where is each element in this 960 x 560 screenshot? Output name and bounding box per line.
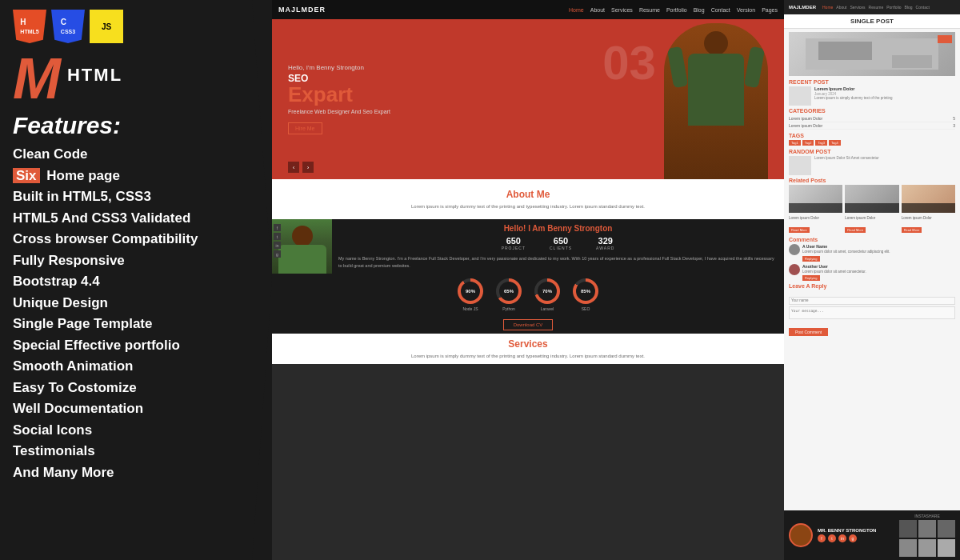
category-item: Lorem ipsum Dolor 3 (789, 122, 955, 130)
profile-google-icon[interactable]: g (849, 534, 857, 542)
skill-percent: 85% (581, 289, 590, 294)
nav-link-home[interactable]: Home (569, 7, 584, 13)
comment-text-2: Another User Lorem ipsum dolor sit amet … (802, 264, 866, 282)
tag-item[interactable]: Tag3 (815, 140, 827, 146)
nav-link-about[interactable]: About (590, 7, 605, 13)
tag-item[interactable]: Tag2 (802, 140, 814, 146)
nav-link-contact[interactable]: Contact (711, 7, 730, 13)
social-icons-left: f t in g (274, 224, 281, 258)
reply-btn-1[interactable]: Replying (802, 256, 820, 262)
list-item: Well Documentation (13, 398, 259, 419)
prev-arrow[interactable]: ‹ (288, 162, 299, 173)
hero-arrows: ‹ › (288, 162, 314, 173)
css3-badge: CCSS3 (51, 10, 85, 43)
related-posts-grid (789, 185, 955, 213)
hero-content: Hello, I'm Benny Strongton SEO Expart Fr… (288, 64, 390, 134)
twitter-icon[interactable]: t (274, 233, 281, 240)
features-list: Clean Code Six Home page Built in HTML5,… (13, 144, 259, 482)
read-more-btn-1[interactable]: Read More (789, 227, 810, 233)
skill-label: SEO (582, 306, 590, 311)
nav-link-services[interactable]: Services (611, 7, 633, 13)
left-panel: HHTML5 CCSS3 JS M HTML Features: Clean C… (0, 0, 272, 560)
hero-person-figure (664, 23, 768, 179)
download-section: Download CV (272, 316, 784, 334)
list-item: Unique Design (13, 293, 259, 314)
recent-post-text: Lorem Ipsum Dolor January 2024 Lorem ips… (814, 86, 893, 106)
right-nav-services[interactable]: Services (850, 5, 865, 10)
right-nav-logo: MAJLMDER (789, 5, 816, 10)
preview-hero: Hello, I'm Benny Strongton SEO Expart Fr… (272, 19, 784, 179)
nav-logo: MAJLMDER (278, 6, 326, 14)
right-nav-blog[interactable]: Blog (905, 5, 913, 10)
list-item: Built in HTML5, CSS3 (13, 186, 259, 207)
list-item: Social Icons (13, 420, 259, 441)
badge-six: Six (13, 168, 40, 183)
right-nav-resume[interactable]: Resume (869, 5, 884, 10)
nav-link-blog[interactable]: Blog (694, 7, 705, 13)
list-item: HTML5 And CSS3 Validated (13, 208, 259, 229)
recent-post-title: RECENT POST (789, 79, 955, 85)
tag-item[interactable]: Tag1 (789, 140, 801, 146)
next-arrow[interactable]: › (302, 162, 314, 173)
linkedin-icon[interactable]: in (274, 242, 281, 249)
profile-name: MR. BENNY STRONGTON (818, 528, 894, 533)
read-more-btn-3[interactable]: Read More (902, 227, 922, 233)
post-comment-button[interactable]: Post Comment (789, 328, 828, 336)
reply-name-input[interactable] (789, 297, 955, 305)
reply-btn-2[interactable]: Replying (802, 275, 820, 281)
list-item: Six Home page (13, 166, 259, 186)
about-figure: f t in g (272, 219, 332, 274)
profile-twitter-icon[interactable]: t (828, 534, 836, 542)
skill-label: Python (502, 306, 515, 311)
profile-facebook-icon[interactable]: f (818, 534, 826, 542)
skill-percent: 70% (542, 289, 552, 294)
skill-circle-laravel: 70% (534, 278, 560, 304)
tags-title: TAGS (789, 133, 955, 138)
facebook-icon[interactable]: f (274, 224, 281, 231)
right-nav-contact[interactable]: Contact (916, 5, 930, 10)
post-excerpt: Lorem ipsum is simply dummy text of the … (814, 96, 893, 101)
profile-avatar (789, 523, 813, 547)
comments-title: Comments (789, 237, 955, 242)
middle-panel: MAJLMDER Home About Services Resume Port… (272, 0, 784, 560)
hire-me-button[interactable]: Hire Me (288, 122, 322, 134)
tech-badges: HHTML5 CCSS3 JS (13, 10, 259, 43)
preview-navbar: MAJLMDER Home About Services Resume Port… (272, 0, 784, 19)
cat-name: Lorem ipsum Dolor (789, 123, 822, 128)
related-item-3 (902, 185, 955, 213)
right-nav-home[interactable]: Home (822, 5, 833, 10)
stats-title: Hello! I Am Benny Strongton (338, 224, 778, 233)
stat-label: CLIENTS (550, 246, 572, 250)
profile-info: MR. BENNY STRONGTON f t in g (818, 528, 894, 542)
read-more-btn-2[interactable]: Read More (845, 227, 866, 233)
reply-message-input[interactable] (789, 306, 955, 319)
nav-link-resume[interactable]: Resume (639, 7, 660, 13)
profile-photo-6 (938, 539, 955, 557)
related-readmore-btns: Read More Read More Read More (789, 220, 955, 234)
right-nav-portfolio[interactable]: Portfolio (886, 5, 901, 10)
profile-instagram-icon[interactable]: in (838, 534, 846, 542)
list-item: Easy To Costomize (13, 378, 259, 398)
google-icon[interactable]: g (274, 250, 281, 258)
skills-section: 90% Node JS 65% Python 70% Laravel 85% (272, 274, 784, 316)
skill-label: Laravel (541, 306, 554, 311)
list-item: Special Effective portfolio (13, 335, 259, 356)
right-nav-about[interactable]: About (836, 5, 846, 10)
nav-link-pages[interactable]: Pages (762, 7, 778, 13)
nav-link-portfolio[interactable]: Portfolio (666, 7, 687, 13)
right-nav-links: Home About Services Resume Portfolio Blo… (822, 5, 930, 10)
cat-count: 3 (953, 123, 955, 128)
list-item: Cross browser Compatibility (13, 229, 259, 250)
related-item-2 (845, 185, 898, 213)
cat-name: Lorem ipsum Dolor (789, 116, 822, 121)
tag-item[interactable]: Tag4 (829, 140, 841, 146)
related-item-1 (789, 185, 842, 213)
skill-label: Node JS (462, 306, 478, 311)
logo-letter: M (13, 50, 61, 107)
skill-seo: 85% SEO (573, 278, 598, 311)
related-posts-title: Related Posts (789, 178, 955, 183)
instashare-label: INSTASHARE (899, 514, 955, 518)
profile-photo-5 (918, 539, 936, 557)
download-cv-button[interactable]: Download CV (503, 319, 554, 330)
nav-link-version[interactable]: Version (737, 7, 755, 13)
